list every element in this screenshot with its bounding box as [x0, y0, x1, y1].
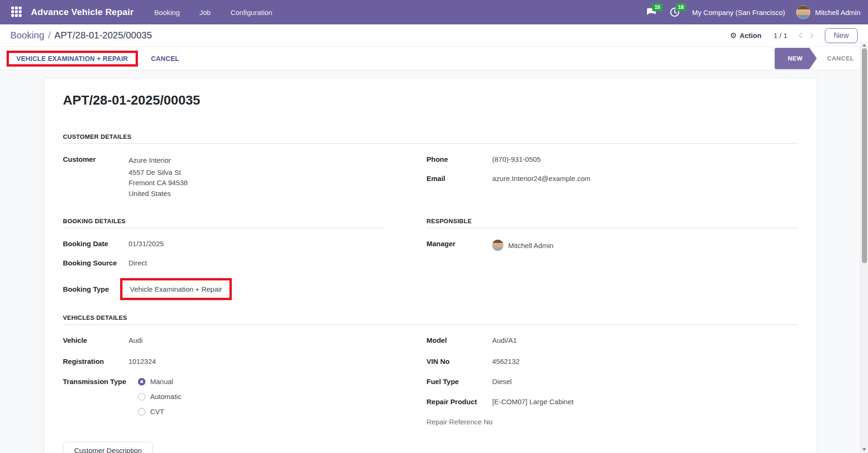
messages-button[interactable]: 15	[645, 6, 657, 18]
manager-avatar[interactable]	[492, 240, 503, 251]
model-value[interactable]: Audi/A1	[492, 336, 517, 344]
annotation-box-statusbar: VEHICLE EXAMINATION + REPAIR	[7, 51, 138, 67]
gear-icon: ⚙	[730, 31, 737, 40]
radio-cvt-label: CVT	[150, 408, 164, 415]
vertical-scrollbar[interactable]	[860, 42, 868, 453]
registration-label: Registration	[63, 357, 129, 365]
phone-field: Phone (870)-931-0505	[426, 155, 798, 163]
pager-nav	[799, 33, 813, 38]
radio-automatic-label: Automatic	[150, 393, 182, 400]
vehicle-value[interactable]: Audi	[129, 336, 143, 344]
vehicles-details-heading: VEHICLES DETAILES	[63, 314, 798, 325]
phone-value[interactable]: (870)-931-0505	[492, 155, 541, 163]
radio-automatic-icon[interactable]	[138, 393, 145, 400]
manager-value[interactable]: Mitchell Admin	[508, 242, 554, 249]
app-title[interactable]: Advance Vehicle Repair	[31, 7, 134, 17]
menu-configuration[interactable]: Configuration	[230, 8, 272, 16]
cancel-button[interactable]: CANCEL	[151, 55, 179, 62]
booking-responsible-section: BOOKING DETAILES Booking Date 01/31/2025…	[63, 218, 798, 300]
state-cancel[interactable]: CANCEL	[827, 55, 854, 62]
record-title: APT/28-01-2025/00035	[63, 93, 798, 108]
menu-booking[interactable]: Booking	[154, 8, 180, 16]
form-sheet: APT/28-01-2025/00035 CUSTOMER DETAILES C…	[44, 77, 817, 453]
form-statusbar: VEHICLE EXAMINATION + REPAIR CANCEL NEW …	[0, 47, 868, 70]
scrollbar-thumb[interactable]	[862, 48, 867, 263]
transmission-option-cvt[interactable]: CVT	[138, 408, 182, 415]
transmission-type-label: Transmission Type	[63, 378, 138, 415]
phone-label: Phone	[426, 155, 492, 163]
booking-details-heading: BOOKING DETAILES	[63, 218, 385, 228]
new-button[interactable]: New	[825, 28, 858, 43]
user-avatar[interactable]	[796, 5, 810, 19]
company-switcher[interactable]: My Company (San Francisco)	[692, 8, 785, 16]
scroll-up-icon[interactable]	[862, 44, 866, 46]
booking-source-field: Booking Source Direct	[63, 259, 385, 267]
statusbar-states: NEW CANCEL	[775, 47, 854, 70]
repair-reference-no-label: Repair Reference No	[426, 418, 530, 426]
menu-job[interactable]: Job	[199, 8, 211, 16]
vehicle-label: Vehicle	[63, 336, 129, 344]
state-new[interactable]: NEW	[775, 48, 817, 69]
booking-date-value[interactable]: 01/31/2025	[129, 240, 164, 248]
transmission-option-manual[interactable]: Manual	[138, 378, 182, 385]
booking-type-field: Booking Type Vehicle Examination + Repai…	[63, 278, 385, 300]
fuel-type-value[interactable]: Diesel	[492, 378, 512, 385]
breadcrumb-record-name: APT/28-01-2025/00035	[54, 30, 152, 41]
registration-field: Registration 1012324	[63, 357, 426, 365]
user-menu[interactable]: Mitchell Admin	[815, 8, 860, 16]
vin-no-value[interactable]: 4562132	[492, 357, 519, 365]
booking-type-label: Booking Type	[63, 285, 129, 293]
email-value[interactable]: azure.Interior24@example.com	[492, 174, 591, 182]
customer-address-line2: Fremont CA 94538	[129, 178, 188, 189]
pager-previous-icon[interactable]	[799, 32, 805, 38]
repair-reference-field: Repair Reference No	[426, 418, 798, 426]
apps-grid-icon[interactable]	[11, 7, 23, 18]
customer-value[interactable]: Azure Interior 4557 De Silva St Fremont …	[129, 155, 188, 199]
breadcrumb-booking-link[interactable]: Booking	[10, 30, 44, 41]
transmission-field: Transmission Type Manual Automatic CV	[63, 378, 426, 415]
email-field: Email azure.Interior24@example.com	[426, 174, 798, 182]
radio-manual-icon[interactable]	[138, 378, 145, 385]
pager-counter: 1 / 1	[774, 31, 787, 39]
customer-field: Customer Azure Interior 4557 De Silva St…	[63, 155, 426, 199]
registration-value[interactable]: 1012324	[129, 357, 156, 365]
repair-product-value[interactable]: [E-COM07] Large Cabinet	[492, 398, 573, 406]
customer-address-line1: 4557 De Silva St	[129, 167, 188, 178]
booking-type-value[interactable]: Vehicle Examination + Repair	[130, 285, 222, 293]
booking-date-label: Booking Date	[63, 240, 129, 248]
control-panel-right: ⚙ Action 1 / 1 New	[730, 28, 858, 43]
vehicle-field: Vehicle Audi	[63, 336, 426, 344]
customer-address-line3: United States	[129, 189, 188, 199]
pager-next-icon[interactable]	[807, 32, 814, 38]
repair-product-field: Repair Product [E-COM07] Large Cabinet	[426, 398, 798, 406]
booking-source-label: Booking Source	[63, 259, 129, 267]
booking-date-field: Booking Date 01/31/2025	[63, 240, 385, 248]
vin-field: VIN No 4562132	[426, 357, 798, 365]
model-field: Model Audi/A1	[426, 336, 798, 344]
fuel-type-label: Fuel Type	[426, 378, 492, 385]
radio-cvt-icon[interactable]	[138, 408, 145, 415]
customer-label: Customer	[63, 155, 129, 199]
repair-product-label: Repair Product	[426, 398, 492, 406]
action-menu-button[interactable]: ⚙ Action	[730, 31, 761, 40]
breadcrumb-separator: /	[48, 30, 51, 41]
transmission-option-automatic[interactable]: Automatic	[138, 393, 182, 400]
annotation-box-booking-type: Vehicle Examination + Repair	[120, 278, 232, 300]
vin-no-label: VIN No	[426, 357, 492, 365]
activities-button[interactable]: 18	[669, 6, 681, 18]
vehicles-details-section: Vehicle Audi Registration 1012324 Transm…	[63, 325, 798, 426]
email-label: Email	[426, 174, 492, 182]
messages-count-badge: 15	[652, 3, 662, 11]
transmission-radio-group: Manual Automatic CVT	[138, 378, 182, 415]
manager-label: Manager	[426, 240, 492, 251]
customer-details-heading: CUSTOMER DETAILES	[63, 133, 798, 144]
scroll-down-icon[interactable]	[862, 448, 866, 451]
customer-name[interactable]: Azure Interior	[129, 155, 188, 166]
booking-source-value[interactable]: Direct	[129, 259, 147, 267]
customer-details-section: Customer Azure Interior 4557 De Silva St…	[63, 144, 798, 199]
main-menu: Booking Job Configuration	[154, 8, 273, 16]
navbar-systray: 15 18 My Company (San Francisco) Mitchel…	[645, 5, 860, 19]
radio-manual-label: Manual	[150, 378, 173, 385]
tab-customer-description[interactable]: Customer Description	[63, 442, 153, 453]
vehicle-examination-repair-button[interactable]: VEHICLE EXAMINATION + REPAIR	[16, 55, 128, 62]
